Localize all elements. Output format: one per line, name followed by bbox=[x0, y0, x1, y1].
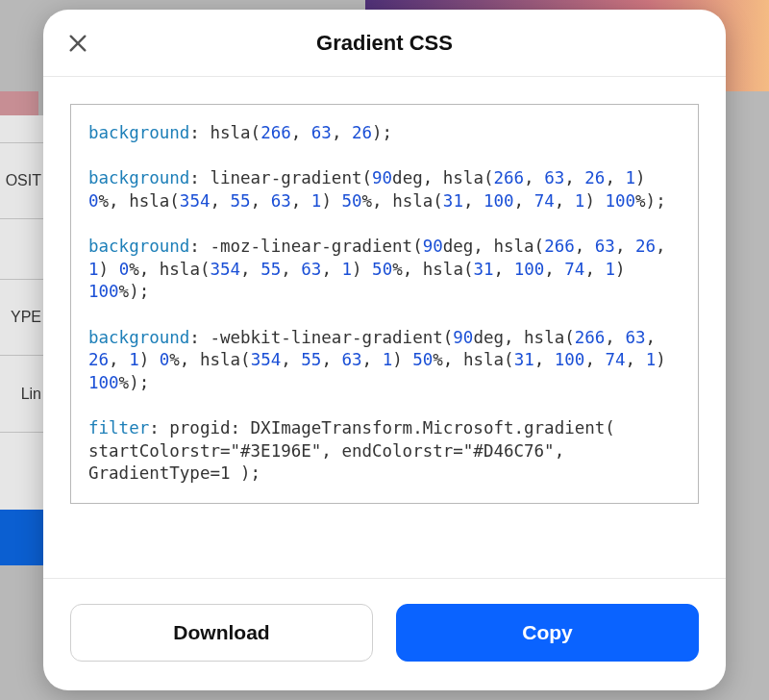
modal-footer: Download Copy bbox=[43, 578, 726, 690]
download-button[interactable]: Download bbox=[70, 604, 373, 662]
bg-label-position: OSIT bbox=[0, 142, 43, 219]
decorative-strip bbox=[0, 91, 38, 118]
modal-title: Gradient CSS bbox=[316, 31, 453, 56]
gradient-css-modal: Gradient CSS background: hsla(266, 63, 2… bbox=[43, 10, 726, 690]
bg-label-linear: Lin bbox=[0, 356, 43, 433]
modal-header: Gradient CSS bbox=[43, 10, 726, 77]
css-code-block[interactable]: background: hsla(266, 63, 26); backgroun… bbox=[70, 104, 699, 504]
close-icon bbox=[67, 33, 88, 54]
copy-button[interactable]: Copy bbox=[396, 604, 699, 662]
bg-label-type: YPE bbox=[0, 279, 43, 356]
close-button[interactable] bbox=[64, 30, 91, 57]
bg-blue-bar bbox=[0, 510, 43, 565]
modal-body: background: hsla(266, 63, 26); backgroun… bbox=[43, 77, 726, 578]
